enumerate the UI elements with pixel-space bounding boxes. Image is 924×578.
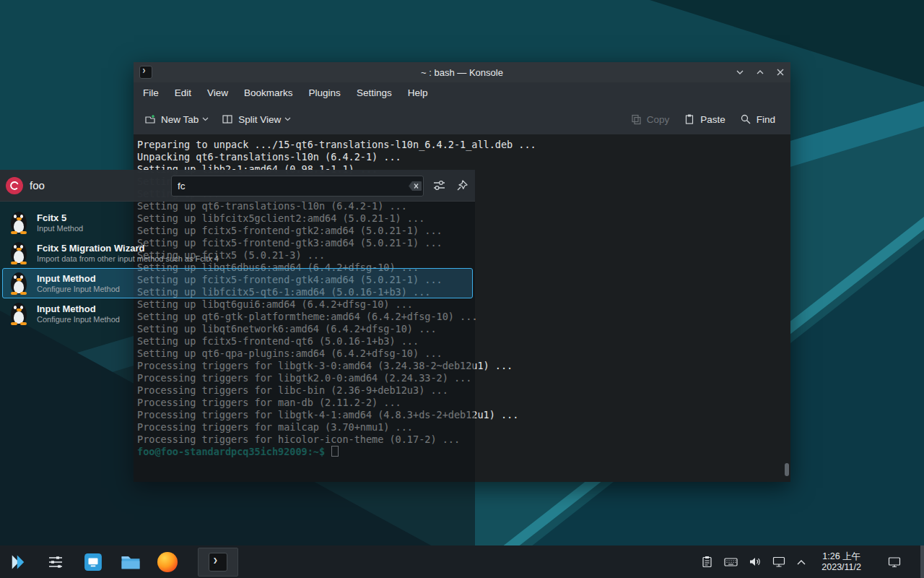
result-item[interactable]: Fcitx 5 Input Method (2, 207, 473, 238)
menu-bar: FileEditViewBookmarksPluginsSettingsHelp (134, 82, 790, 104)
chevron-down-icon (202, 117, 209, 121)
tux-penguin-icon (9, 272, 29, 295)
clock-time: 1:26 上午 (821, 551, 861, 562)
menu-item[interactable]: Bookmarks (236, 82, 301, 104)
close-button[interactable] (770, 62, 790, 82)
menu-item[interactable]: Help (400, 82, 436, 104)
taskbar: 1:26 上午 2023/11/2 (0, 545, 924, 578)
clock-date: 2023/11/2 (821, 562, 861, 573)
search-input[interactable] (172, 181, 407, 191)
window-title: ~ : bash — Konsole (134, 67, 790, 78)
find-label: Find (757, 114, 775, 125)
maximize-button[interactable] (750, 62, 770, 82)
window-titlebar[interactable]: ~ : bash — Konsole (134, 62, 790, 82)
firefox-icon[interactable] (157, 552, 178, 572)
konsole-icon (209, 553, 227, 571)
tux-penguin-icon (9, 302, 29, 325)
split-view-label: Split View (238, 114, 281, 125)
copy-label: Copy (647, 114, 670, 125)
result-subtitle: Import data from other input method such… (37, 254, 219, 264)
krunner-overlay: foo (0, 170, 475, 545)
runner-settings-icon[interactable] (432, 178, 446, 192)
konsole-task-button[interactable] (198, 548, 238, 577)
konsole-app-icon (139, 66, 152, 79)
volume-icon[interactable] (749, 556, 762, 568)
tray-expand-chevron-up-icon[interactable] (796, 558, 806, 566)
paste-icon (684, 113, 695, 125)
paste-button[interactable]: Paste (677, 108, 732, 131)
display-tray-icon[interactable] (772, 556, 785, 568)
chevron-down-icon (284, 117, 291, 121)
menu-item[interactable]: Plugins (301, 82, 349, 104)
menu-item[interactable]: View (199, 82, 236, 104)
copy-button[interactable]: Copy (624, 108, 676, 131)
split-view-button[interactable]: Split View (215, 108, 297, 131)
pin-icon[interactable] (456, 179, 468, 192)
minimize-button[interactable] (730, 62, 750, 82)
input-method-keyboard-icon[interactable] (724, 556, 738, 568)
find-icon (740, 113, 751, 125)
result-title: Fcitx 5 (37, 212, 83, 224)
result-subtitle: Configure Input Method (37, 285, 120, 294)
result-title: Input Method (37, 273, 120, 285)
file-manager-icon[interactable] (120, 551, 141, 573)
scrollbar-thumb[interactable] (785, 463, 789, 476)
terminal-line: Unpacking qt6-translations-l10n (6.4.2-1… (137, 151, 790, 163)
peek-desktop-icon[interactable] (888, 556, 901, 568)
search-box (171, 176, 424, 197)
system-app-icon[interactable] (82, 551, 104, 573)
find-button[interactable]: Find (733, 108, 782, 131)
result-subtitle: Configure Input Method (37, 315, 120, 324)
tux-penguin-icon (9, 211, 29, 234)
menu-item[interactable]: File (135, 82, 167, 104)
paste-label: Paste (700, 114, 725, 125)
result-title: Input Method (37, 303, 120, 315)
terminal-scrollbar[interactable] (784, 136, 790, 480)
tux-penguin-icon (9, 241, 29, 264)
runner-results: Fcitx 5 Input Method Fcitx 5 Migration W… (0, 207, 475, 329)
new-tab-label: New Tab (161, 114, 199, 125)
clear-search-icon[interactable] (407, 176, 423, 196)
toolbar: New Tab Split View Copy (134, 104, 790, 135)
show-desktop-strip[interactable] (920, 545, 924, 578)
user-label: foo (30, 179, 45, 191)
copy-icon (630, 113, 642, 125)
result-subtitle: Input Method (37, 224, 83, 233)
app-launcher-icon[interactable] (7, 551, 29, 573)
new-tab-icon (144, 113, 156, 125)
terminal-line: Preparing to unpack .../15-qt6-translati… (137, 139, 790, 151)
task-manager-settings-icon[interactable] (45, 551, 66, 573)
clipboard-tray-icon[interactable] (701, 556, 713, 568)
menu-item[interactable]: Edit (167, 82, 199, 104)
krunner-header: foo (0, 170, 475, 202)
result-title: Fcitx 5 Migration Wizard (37, 243, 219, 254)
debian-logo-icon (6, 177, 23, 194)
split-view-icon (222, 113, 233, 125)
new-tab-button[interactable]: New Tab (138, 108, 215, 131)
clock[interactable]: 1:26 上午 2023/11/2 (821, 551, 861, 573)
result-item[interactable]: Input Method Configure Input Method (2, 268, 473, 298)
result-item[interactable]: Input Method Configure Input Method (2, 298, 473, 329)
result-item[interactable]: Fcitx 5 Migration Wizard Import data fro… (2, 238, 473, 268)
menu-item[interactable]: Settings (349, 82, 400, 104)
